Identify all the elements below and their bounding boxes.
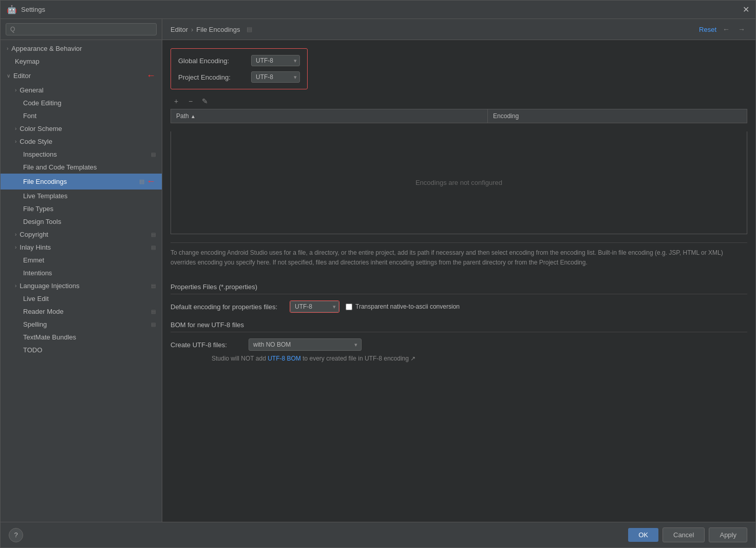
sidebar-item-label: Keymap bbox=[15, 58, 156, 65]
sidebar-item-todo[interactable]: TODO bbox=[1, 344, 162, 356]
bom-section: BOM for new UTF-8 files Create UTF-8 fil… bbox=[171, 321, 747, 362]
sidebar-item-inlay-hints[interactable]: › Inlay Hints ▤ bbox=[1, 241, 162, 254]
window-title: Settings bbox=[21, 6, 45, 13]
sidebar-item-file-encodings[interactable]: File Encodings ▤ ← bbox=[1, 174, 162, 190]
global-encoding-row: Global Encoding: UTF-8 UTF-16 ISO-8859-1… bbox=[178, 55, 300, 66]
sidebar-item-label: Spelling bbox=[23, 320, 149, 328]
table-toolbar: + − ✎ bbox=[171, 96, 747, 107]
properties-row: Default encoding for properties files: U… bbox=[171, 300, 747, 313]
settings-icon: ▤ bbox=[151, 283, 156, 289]
apply-button[interactable]: Apply bbox=[709, 527, 747, 542]
global-encoding-select[interactable]: UTF-8 UTF-16 ISO-8859-1 US-ASCII bbox=[251, 55, 300, 66]
sidebar-item-label: Copyright bbox=[20, 231, 149, 238]
sidebar-item-live-edit[interactable]: Live Edit bbox=[1, 292, 162, 305]
settings-icon: ▤ bbox=[151, 322, 156, 327]
global-encoding-label: Global Encoding: bbox=[178, 57, 245, 65]
search-input[interactable] bbox=[6, 23, 157, 35]
col-path[interactable]: Path ▲ bbox=[171, 109, 488, 123]
annotation-arrow-editor: ← bbox=[146, 70, 156, 81]
edit-button[interactable]: ✎ bbox=[199, 96, 211, 107]
transparent-checkbox-label[interactable]: Transparent native-to-ascii conversion bbox=[346, 303, 460, 310]
sidebar-item-intentions[interactable]: Intentions bbox=[1, 267, 162, 279]
sidebar-item-spelling[interactable]: Spelling ▤ bbox=[1, 318, 162, 331]
info-text: To change encoding Android Studio uses f… bbox=[171, 242, 747, 273]
sidebar-item-general[interactable]: › General bbox=[1, 84, 162, 97]
nav-back-button[interactable]: ← bbox=[721, 24, 732, 34]
sidebar: › Appearance & Behavior Keymap ∨ Editor … bbox=[1, 19, 162, 522]
sidebar-item-emmet[interactable]: Emmet bbox=[1, 254, 162, 267]
sidebar-item-label: Font bbox=[23, 112, 156, 120]
sidebar-item-color-scheme[interactable]: › Color Scheme bbox=[1, 122, 162, 135]
create-utf8-select-wrapper: with NO BOM with BOM with BOM (macOS) As… bbox=[249, 338, 362, 351]
transparent-label-text: Transparent native-to-ascii conversion bbox=[355, 303, 460, 310]
breadcrumb-parent[interactable]: Editor bbox=[171, 26, 188, 33]
sidebar-item-code-style[interactable]: › Code Style bbox=[1, 135, 162, 148]
breadcrumb-separator: › bbox=[191, 26, 193, 33]
sidebar-item-label: TODO bbox=[23, 346, 156, 354]
help-button[interactable]: ? bbox=[9, 528, 23, 542]
cancel-button[interactable]: Cancel bbox=[663, 527, 705, 542]
expand-arrow: › bbox=[15, 283, 16, 289]
sidebar-item-label: Emmet bbox=[23, 256, 156, 264]
sidebar-item-label: Code Style bbox=[20, 138, 156, 145]
sidebar-item-textmate-bundles[interactable]: TextMate Bundles bbox=[1, 331, 162, 344]
sidebar-item-label: Editor bbox=[13, 72, 144, 80]
sidebar-item-label: Appearance & Behavior bbox=[11, 45, 156, 52]
sidebar-item-label: Inspections bbox=[23, 150, 149, 158]
expand-arrow: › bbox=[15, 126, 16, 131]
sidebar-item-file-types[interactable]: File Types bbox=[1, 202, 162, 215]
nav-forward-button[interactable]: → bbox=[736, 24, 747, 34]
bom-row: Create UTF-8 files: with NO BOM with BOM… bbox=[171, 338, 747, 351]
sidebar-item-copyright[interactable]: › Copyright ▤ bbox=[1, 228, 162, 241]
ok-button[interactable]: OK bbox=[628, 528, 658, 542]
default-encoding-select[interactable]: UTF-8 UTF-16 ISO-8859-1 bbox=[290, 301, 339, 312]
create-utf8-select[interactable]: with NO BOM with BOM with BOM (macOS) As… bbox=[249, 338, 362, 351]
reset-button[interactable]: Reset bbox=[699, 26, 716, 33]
remove-button[interactable]: − bbox=[185, 96, 196, 107]
transparent-checkbox[interactable] bbox=[346, 304, 352, 310]
sidebar-item-live-templates[interactable]: Live Templates bbox=[1, 190, 162, 202]
default-encoding-select-wrapper: UTF-8 UTF-16 ISO-8859-1 bbox=[290, 300, 339, 313]
expand-arrow: › bbox=[15, 139, 16, 144]
panel-header: Editor › File Encodings ▤ Reset ← → bbox=[162, 19, 755, 40]
expand-arrow: › bbox=[15, 244, 16, 250]
settings-icon: ▤ bbox=[151, 152, 156, 157]
sidebar-item-font[interactable]: Font bbox=[1, 109, 162, 122]
sidebar-tree: › Appearance & Behavior Keymap ∨ Editor … bbox=[1, 40, 162, 522]
add-button[interactable]: + bbox=[171, 96, 182, 107]
settings-icon: ▤ bbox=[151, 232, 156, 237]
sidebar-item-label: Reader Mode bbox=[23, 308, 149, 315]
sidebar-item-reader-mode[interactable]: Reader Mode ▤ bbox=[1, 305, 162, 318]
sidebar-item-label: Color Scheme bbox=[20, 125, 156, 133]
expand-arrow-editor: ∨ bbox=[7, 73, 10, 79]
annotation-arrow-encodings: ← bbox=[146, 176, 156, 187]
sidebar-item-label: Live Edit bbox=[23, 295, 156, 303]
sidebar-item-keymap[interactable]: Keymap bbox=[1, 55, 162, 68]
bottom-bar: ? OK Cancel Apply bbox=[1, 522, 755, 547]
sidebar-item-inspections[interactable]: Inspections ▤ bbox=[1, 148, 162, 161]
sort-arrow-icon: ▲ bbox=[191, 114, 196, 119]
bom-note-suffix: to every created file in UTF-8 encoding … bbox=[301, 355, 415, 362]
sidebar-item-label: General bbox=[20, 86, 156, 94]
breadcrumb-current: File Encodings bbox=[196, 26, 240, 33]
sidebar-item-language-injections[interactable]: › Language Injections ▤ bbox=[1, 279, 162, 292]
close-button[interactable]: ✕ bbox=[743, 5, 749, 14]
properties-section: Properties Files (*.properties) Default … bbox=[171, 283, 747, 313]
col-encoding: Encoding bbox=[488, 109, 747, 123]
expand-arrow: › bbox=[15, 232, 16, 237]
sidebar-item-code-editing[interactable]: Code Editing bbox=[1, 97, 162, 109]
project-encoding-row: Project Encoding: UTF-8 UTF-16 ISO-8859-… bbox=[178, 71, 300, 83]
sidebar-item-editor[interactable]: ∨ Editor ← bbox=[1, 68, 162, 84]
sidebar-item-label: Live Templates bbox=[23, 192, 156, 200]
utf8-bom-link[interactable]: UTF-8 BOM bbox=[268, 355, 301, 362]
default-encoding-label: Default encoding for properties files: bbox=[171, 303, 284, 311]
breadcrumb-icon: ▤ bbox=[247, 26, 252, 33]
settings-icon: ▤ bbox=[151, 309, 156, 314]
bom-note-prefix: Studio will NOT add bbox=[212, 355, 268, 362]
titlebar: 🤖 Settings ✕ bbox=[1, 1, 755, 19]
project-encoding-select[interactable]: UTF-8 UTF-16 ISO-8859-1 US-ASCII bbox=[251, 71, 300, 83]
sidebar-item-label: File Types bbox=[23, 205, 156, 213]
sidebar-item-appearance[interactable]: › Appearance & Behavior bbox=[1, 42, 162, 55]
sidebar-item-design-tools[interactable]: Design Tools bbox=[1, 215, 162, 228]
sidebar-item-file-code-templates[interactable]: File and Code Templates bbox=[1, 161, 162, 174]
